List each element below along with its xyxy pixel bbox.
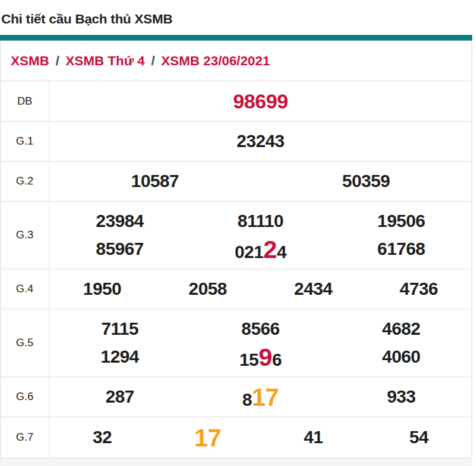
- prize-number: 32: [49, 429, 155, 446]
- prize-number: 817: [190, 385, 331, 410]
- prize-number: 85967: [49, 240, 190, 258]
- prize-label: G.4: [1, 269, 49, 309]
- prize-line: 711585664682: [49, 315, 472, 343]
- prize-label: G.5: [1, 309, 49, 377]
- digit-text: 2058: [189, 279, 227, 299]
- prize-number: 1294: [49, 348, 190, 366]
- prize-number: 933: [331, 388, 472, 406]
- prize-row-g7: G.732174154: [1, 417, 472, 458]
- prize-line: 32174154: [49, 417, 472, 458]
- prize-row-g1: G.123243: [1, 122, 472, 162]
- prize-label: G.7: [1, 417, 49, 458]
- digit-text: 54: [409, 427, 428, 447]
- prize-values: 287817933: [49, 377, 472, 417]
- digit-text: 61768: [377, 239, 425, 259]
- digit-text: 2434: [294, 279, 332, 299]
- digit-text: 8: [242, 390, 252, 410]
- digit-text: 8566: [241, 319, 280, 339]
- breadcrumb-separator: /: [56, 53, 60, 68]
- page-title: Chi tiết cầu Bạch thủ XSMB: [0, 0, 476, 35]
- prize-values: 32174154: [49, 417, 472, 458]
- accent-bar: [0, 35, 472, 41]
- prize-label: G.2: [1, 162, 49, 201]
- prize-values: 1950205824344736: [49, 269, 472, 309]
- prize-number: 7115: [49, 320, 190, 338]
- prize-row-g4: G.41950205824344736: [1, 269, 472, 309]
- prize-line: 23243: [49, 122, 472, 161]
- prize-line: 859670212461768: [49, 235, 472, 263]
- results-table: DB98699G.123243G.21058750359G.3239848111…: [1, 81, 472, 458]
- prize-number: 2058: [155, 280, 261, 298]
- prize-number: 10587: [49, 172, 261, 190]
- digit-text: 23984: [96, 211, 143, 231]
- prize-number: 02124: [190, 237, 331, 262]
- digit-text: 6: [272, 350, 281, 370]
- prize-row-db: DB98699: [1, 81, 472, 122]
- breadcrumb-link-xsmb-date[interactable]: XSMB 23/06/2021: [161, 53, 270, 68]
- digit-text: 933: [387, 387, 415, 406]
- prize-row-g3: G.3239848111019506859670212461768: [1, 202, 472, 269]
- prize-line: 98699: [49, 81, 472, 121]
- digit-text: 4: [277, 242, 286, 262]
- digit-text: 32: [93, 427, 112, 447]
- highlighted-digit: 9: [259, 344, 272, 371]
- prize-number: 17: [155, 425, 261, 450]
- digit-text: 1294: [101, 347, 139, 366]
- prize-number: 2434: [261, 280, 366, 298]
- highlighted-digit: 17: [195, 424, 221, 451]
- prize-line: 287817933: [49, 377, 472, 417]
- highlighted-digit: 98699: [233, 90, 288, 113]
- digit-text: 15: [240, 350, 259, 370]
- digit-text: 85967: [96, 239, 143, 259]
- prize-values: 1058750359: [49, 162, 472, 201]
- prize-number: 4060: [331, 348, 472, 366]
- prize-number: 4736: [366, 280, 472, 298]
- digit-text: 1950: [83, 279, 121, 299]
- prize-number: 98699: [49, 91, 472, 112]
- prize-number: 23243: [49, 133, 472, 150]
- results-panel: XSMB / XSMB Thứ 4 / XSMB 23/06/2021 DB98…: [0, 41, 472, 458]
- prize-label: G.1: [1, 122, 49, 161]
- digit-text: 50359: [342, 171, 390, 191]
- digit-text: 021: [235, 242, 263, 262]
- digit-text: 41: [304, 427, 323, 447]
- prize-values: 711585664682129415964060: [49, 309, 472, 377]
- breadcrumb-separator: /: [151, 53, 155, 68]
- prize-number: 1596: [190, 345, 331, 370]
- page: Chi tiết cầu Bạch thủ XSMB XSMB / XSMB T…: [0, 0, 476, 466]
- digit-text: 287: [105, 387, 134, 406]
- prize-row-g6: G.6287817933: [1, 377, 472, 417]
- prize-number: 81110: [190, 212, 331, 230]
- prize-label: DB: [1, 81, 49, 121]
- prize-number: 19506: [331, 212, 472, 230]
- digit-text: 19506: [377, 211, 425, 231]
- next-section-strip: [0, 458, 472, 466]
- prize-line: 1058750359: [49, 162, 472, 201]
- digit-text: 4682: [382, 319, 420, 339]
- breadcrumb-link-xsmb[interactable]: XSMB: [11, 53, 49, 68]
- prize-label: G.3: [1, 202, 49, 269]
- prize-number: 23984: [49, 212, 190, 230]
- digit-text: 4060: [382, 347, 420, 366]
- prize-label: G.6: [1, 377, 49, 417]
- prize-values: 98699: [49, 81, 472, 121]
- prize-values: 23243: [49, 122, 472, 161]
- prize-line: 239848111019506: [49, 207, 472, 235]
- prize-values: 239848111019506859670212461768: [49, 202, 472, 269]
- prize-line: 1950205824344736: [49, 269, 472, 309]
- digit-text: 7115: [101, 319, 139, 339]
- breadcrumb-link-xsmb-weekday[interactable]: XSMB Thứ 4: [66, 53, 145, 68]
- breadcrumb: XSMB / XSMB Thứ 4 / XSMB 23/06/2021: [1, 41, 472, 81]
- prize-number: 50359: [261, 172, 472, 190]
- prize-row-g5: G.5711585664682129415964060: [1, 309, 472, 377]
- prize-number: 8566: [190, 320, 331, 338]
- prize-line: 129415964060: [49, 343, 472, 371]
- highlighted-digit: 17: [252, 384, 278, 411]
- prize-number: 41: [261, 429, 366, 446]
- digit-text: 10587: [131, 171, 179, 191]
- prize-number: 61768: [331, 240, 472, 258]
- prize-number: 4682: [331, 320, 472, 338]
- highlighted-digit: 2: [263, 236, 276, 263]
- digit-text: 4736: [400, 279, 438, 299]
- prize-number: 54: [366, 429, 472, 446]
